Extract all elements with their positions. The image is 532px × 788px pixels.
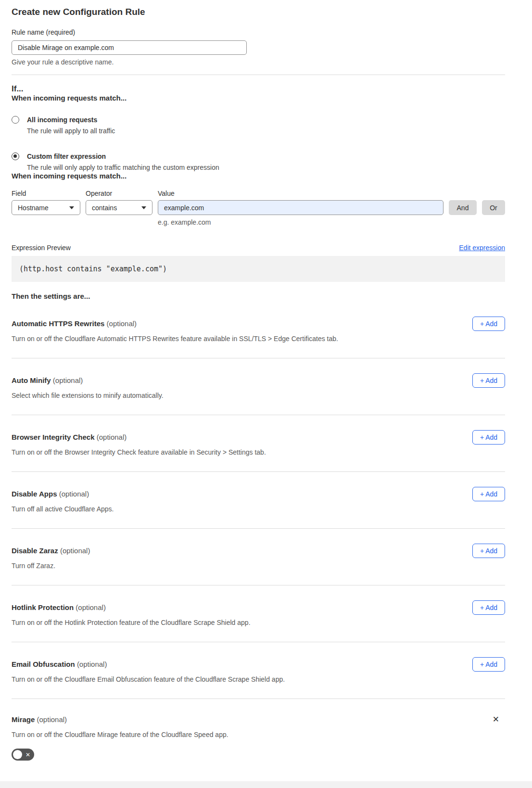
radio-custom-filter-expression[interactable]: Custom filter expression The rule will o…: [12, 153, 505, 172]
builder-heading: When incoming requests match...: [12, 172, 505, 180]
optional-label: (optional): [107, 319, 137, 328]
field-select-value: Hostname: [18, 204, 49, 212]
rule-name-input[interactable]: [12, 40, 247, 55]
close-icon[interactable]: ✕: [493, 715, 499, 724]
setting-name: Automatic HTTPS Rewrites: [12, 319, 104, 328]
radio-description: The rule will apply to all traffic: [27, 127, 115, 135]
optional-label: (optional): [59, 490, 89, 498]
add-button[interactable]: + Add: [472, 544, 505, 558]
setting-description: Turn on or off the Browser Integrity Che…: [12, 448, 505, 457]
and-button[interactable]: And: [449, 200, 477, 215]
setting-description: Turn on or off the Cloudflare Email Obfu…: [12, 675, 505, 684]
or-button[interactable]: Or: [482, 200, 505, 215]
add-button[interactable]: + Add: [472, 317, 505, 331]
rule-name-label: Rule name (required): [12, 28, 505, 37]
if-heading: If...: [12, 84, 505, 94]
add-button[interactable]: + Add: [472, 657, 505, 672]
add-button[interactable]: + Add: [472, 600, 505, 615]
expression-builder-row: Field Operator Value Hostname contains A…: [12, 190, 505, 227]
value-input[interactable]: [158, 200, 443, 215]
setting-row: Disable Zaraz (optional) Turn off Zaraz.…: [12, 529, 505, 585]
setting-description: Turn off all active Cloudflare Apps.: [12, 505, 505, 513]
expression-preview-header: Expression Preview Edit expression: [12, 244, 505, 252]
setting-row: Browser Integrity Check (optional) Turn …: [12, 415, 505, 472]
create-configuration-rule-page: Create new Configuration Rule Rule name …: [0, 0, 532, 788]
add-button[interactable]: + Add: [472, 373, 505, 388]
value-label: Value: [158, 190, 443, 198]
page-title: Create new Configuration Rule: [12, 6, 505, 18]
setting-row: Auto Minify (optional) Select which file…: [12, 358, 505, 415]
setting-name: Email Obfuscation: [12, 660, 75, 668]
setting-name: Browser Integrity Check: [12, 433, 95, 441]
mirage-toggle[interactable]: ✕: [12, 749, 34, 761]
setting-name: Disable Apps: [12, 490, 57, 498]
field-select[interactable]: Hostname: [12, 200, 80, 215]
setting-name: Auto Minify: [12, 376, 51, 384]
optional-label: (optional): [76, 603, 106, 611]
field-label: Field: [12, 190, 80, 198]
radio-all-incoming-requests[interactable]: All incoming requests The rule will appl…: [12, 116, 505, 135]
chevron-down-icon: [69, 206, 74, 209]
match-heading: When incoming requests match...: [12, 94, 505, 102]
optional-label: (optional): [60, 547, 90, 555]
operator-select[interactable]: contains: [86, 200, 152, 215]
optional-label: (optional): [37, 715, 67, 724]
footer-edge: [0, 781, 532, 788]
setting-description: Turn on or off the Cloudflare Automatic …: [12, 335, 505, 343]
optional-label: (optional): [77, 660, 107, 668]
setting-description: Turn on or off the Cloudflare Mirage fea…: [12, 731, 505, 739]
setting-description: Turn off Zaraz.: [12, 562, 505, 570]
section-divider: [12, 75, 505, 75]
value-help: e.g. example.com: [158, 218, 443, 227]
setting-row: Disable Apps (optional) Turn off all act…: [12, 472, 505, 529]
radio-description: The rule will only apply to traffic matc…: [27, 164, 219, 172]
toggle-off-icon: ✕: [25, 752, 30, 758]
expression-preview-code: (http.host contains "example.com"): [12, 256, 505, 282]
radio-icon[interactable]: [12, 116, 19, 124]
setting-description: Turn on or off the Hotlink Protection fe…: [12, 619, 505, 627]
operator-select-value: contains: [92, 204, 117, 212]
setting-name: Disable Zaraz: [12, 547, 58, 555]
then-settings-heading: Then the settings are...: [12, 292, 505, 301]
radio-label: All incoming requests: [27, 116, 115, 124]
optional-label: (optional): [53, 376, 83, 384]
operator-label: Operator: [86, 190, 152, 198]
setting-row: Hotlink Protection (optional) Turn on or…: [12, 585, 505, 642]
setting-description: Select which file extensions to minify a…: [12, 392, 505, 400]
rule-name-help: Give your rule a descriptive name.: [12, 58, 505, 66]
setting-name: Mirage: [12, 715, 35, 724]
settings-list: Automatic HTTPS Rewrites (optional) Turn…: [12, 308, 505, 699]
radio-label: Custom filter expression: [27, 153, 219, 161]
setting-row-mirage: Mirage (optional) ✕ Turn on or off the C…: [12, 699, 505, 761]
edit-expression-link[interactable]: Edit expression: [459, 244, 505, 252]
setting-name: Hotlink Protection: [12, 603, 74, 611]
expression-preview-label: Expression Preview: [12, 244, 71, 252]
setting-row: Automatic HTTPS Rewrites (optional) Turn…: [12, 308, 505, 358]
chevron-down-icon: [141, 206, 146, 209]
setting-row: Email Obfuscation (optional) Turn on or …: [12, 642, 505, 699]
add-button[interactable]: + Add: [472, 487, 505, 501]
toggle-knob: [13, 750, 22, 759]
optional-label: (optional): [97, 433, 127, 441]
add-button[interactable]: + Add: [472, 430, 505, 445]
radio-icon[interactable]: [12, 153, 19, 160]
